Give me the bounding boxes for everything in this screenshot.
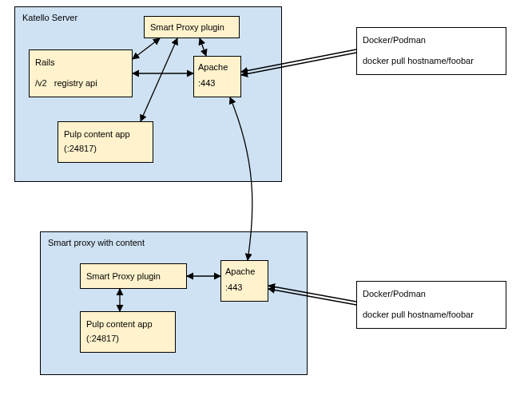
- proxy-pulp-line1: Pulp content app: [86, 319, 153, 329]
- katello-rails-line2: /v2 registry api: [35, 78, 97, 88]
- client2-box: [356, 281, 506, 329]
- katello-pulp-line1: Pulp content app: [64, 129, 130, 139]
- client1-box: [356, 27, 506, 75]
- proxy-smart-proxy-plugin-label: Smart Proxy plugin: [86, 271, 161, 281]
- client2-title: Docker/Podman: [363, 289, 426, 298]
- katello-pulp: [58, 121, 153, 163]
- proxy-apache-line1: Apache: [225, 267, 255, 276]
- katello-title: Katello Server: [22, 13, 77, 22]
- katello-pulp-line2: (:24817): [64, 144, 97, 153]
- proxy-container: [40, 231, 308, 375]
- client2-cmd: docker pull hostname/foobar: [363, 310, 474, 319]
- katello-rails: [29, 49, 133, 97]
- proxy-title: Smart proxy with content: [48, 238, 145, 247]
- proxy-pulp-line2: (:24817): [86, 334, 119, 343]
- diagram-stage: Katello Server Smart Proxy plugin Rails …: [0, 0, 532, 399]
- katello-rails-line1: Rails: [35, 57, 54, 67]
- proxy-pulp: [80, 311, 176, 353]
- katello-smart-proxy-plugin-label: Smart Proxy plugin: [150, 22, 224, 32]
- client1-cmd: docker pull hostname/foobar: [363, 56, 474, 65]
- katello-apache-line2: :443: [198, 78, 215, 88]
- proxy-apache-line2: :443: [225, 282, 242, 292]
- client1-title: Docker/Podman: [363, 35, 426, 45]
- katello-apache-line1: Apache: [198, 62, 228, 72]
